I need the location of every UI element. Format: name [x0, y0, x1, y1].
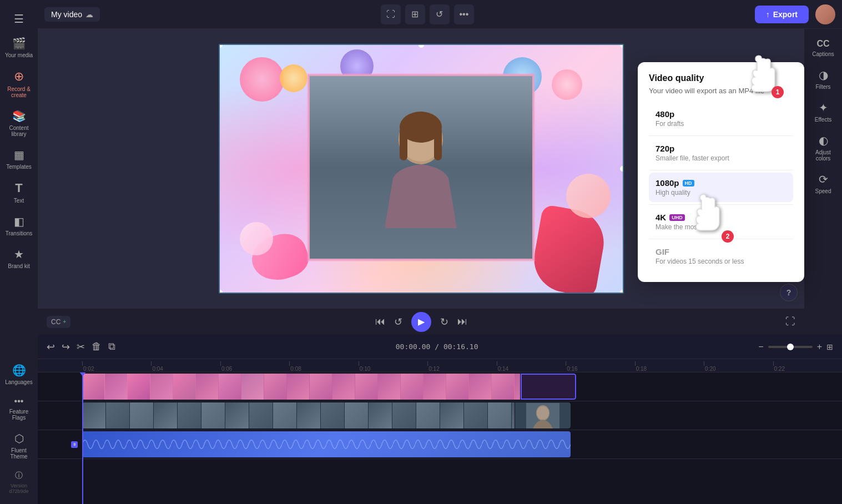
- rotate-tool-button[interactable]: ↺: [430, 4, 450, 24]
- sidebar-label-brand-kit: Brand kit: [8, 263, 29, 269]
- fullscreen-button[interactable]: ⛶: [785, 316, 795, 327]
- sidebar-label-transitions: Transitions: [6, 230, 33, 236]
- crop-tool-button[interactable]: ⛶: [381, 4, 401, 24]
- cut-button[interactable]: ✂: [77, 341, 85, 353]
- sidebar-item-transitions[interactable]: ◧ Transitions: [2, 210, 36, 241]
- handle-top-right[interactable]: [620, 44, 624, 48]
- rewind-button[interactable]: ↺: [394, 316, 402, 328]
- ruler-mark-3: 0:08: [289, 361, 358, 372]
- track-video-content[interactable]: [82, 401, 842, 430]
- track-audio-content[interactable]: [82, 430, 842, 458]
- play-pause-button[interactable]: ▶: [411, 312, 431, 332]
- svg-rect-3: [400, 127, 407, 160]
- handle-bottom-right[interactable]: [620, 290, 624, 294]
- header-tools: ⛶ ⊞ ↺ •••: [107, 4, 748, 24]
- track-overlay-content[interactable]: [82, 372, 842, 401]
- ruler-mark-1: 0:04: [151, 361, 220, 372]
- right-panel-filters[interactable]: ◑ Filters: [806, 64, 840, 94]
- ruler-mark-9: 0:20: [704, 361, 773, 372]
- handle-bottom-left[interactable]: [219, 290, 223, 294]
- tracks-wrapper: ⏸: [38, 372, 842, 504]
- time-display-text: 00:00.00 / 00:16.10: [396, 342, 478, 351]
- sidebar-item-record-create[interactable]: ⊕ Record & create: [2, 65, 36, 103]
- delete-button[interactable]: 🗑: [92, 341, 102, 352]
- zoom-out-button[interactable]: −: [758, 342, 763, 352]
- ruler-mark-5: 0:12: [427, 361, 496, 372]
- handle-top-left[interactable]: [219, 44, 223, 48]
- timeline-area: 0:02 0:04 0:06 0:08 0:10 0:12 0:14 0:16 …: [38, 359, 842, 504]
- video-frames: [82, 402, 515, 429]
- quality-option-480p[interactable]: 480p For drafts: [649, 104, 793, 133]
- record-icon: ⊕: [14, 69, 24, 84]
- right-panel-speed[interactable]: ⟳ Speed: [806, 168, 840, 199]
- quality-option-4k[interactable]: 4K UHD Make the most of: [649, 207, 793, 236]
- quality-dropdown: Video quality Your video will export as …: [638, 62, 804, 282]
- right-panel-effects[interactable]: ✦ Effects: [806, 97, 840, 127]
- playback-bar: CC + ⏮ ↺ ▶ ↻ ⏭ ⛶: [38, 308, 804, 335]
- quality-label-gif: GIF: [656, 247, 786, 256]
- sidebar-item-brand-kit[interactable]: ★ Brand kit: [2, 243, 36, 274]
- overlay-clip[interactable]: [82, 374, 576, 400]
- help-button[interactable]: ?: [780, 284, 798, 301]
- svg-rect-8: [82, 431, 571, 457]
- sidebar-item-templates[interactable]: ▦ Templates: [2, 144, 36, 174]
- project-title[interactable]: My video ☁: [44, 7, 100, 22]
- zoom-thumb: [787, 344, 794, 350]
- export-button[interactable]: ↑ Export: [755, 6, 809, 23]
- track-overlay: [38, 372, 842, 401]
- quality-option-720p[interactable]: 720p Smaller file, faster export: [649, 138, 793, 168]
- audio-pause-btn[interactable]: ⏸: [71, 441, 78, 448]
- overlay-clip-frames: [82, 374, 520, 400]
- effects-icon: ✦: [819, 101, 828, 114]
- video-end-clip[interactable]: [515, 402, 571, 429]
- skip-to-start-button[interactable]: ⏮: [375, 316, 385, 327]
- fit-timeline-button[interactable]: ⊞: [826, 342, 833, 351]
- zoom-in-button[interactable]: +: [817, 342, 822, 352]
- sidebar-label-templates: Templates: [6, 164, 32, 170]
- sidebar-item-your-media[interactable]: 🎬 Your media: [2, 32, 36, 63]
- quality-label-720p: 720p: [656, 144, 786, 153]
- quality-label-4k: 4K UHD: [656, 213, 786, 222]
- hamburger-menu[interactable]: ☰: [14, 6, 24, 30]
- user-avatar[interactable]: [815, 4, 835, 24]
- sidebar-label-feature-flags: Feature Flags: [4, 409, 33, 421]
- timeline-toolbar: ↩ ↪ ✂ 🗑 ⧉ 00:00.00 / 00:16.10 − + ⊞: [38, 335, 842, 359]
- cc-button[interactable]: CC +: [47, 316, 70, 328]
- video-clip[interactable]: [82, 402, 571, 429]
- forward-button[interactable]: ↻: [440, 316, 448, 328]
- sidebar-item-feature-flags[interactable]: ••• Feature Flags: [2, 392, 36, 425]
- canvas-preview[interactable]: [219, 44, 624, 294]
- brand-kit-icon: ★: [14, 248, 24, 261]
- sidebar-item-content-library[interactable]: 📚 Content library: [2, 105, 36, 142]
- right-panel-captions[interactable]: CC Captions: [806, 34, 840, 62]
- ruler-marks: 0:02 0:04 0:06 0:08 0:10 0:12 0:14 0:16 …: [82, 359, 842, 372]
- duplicate-button[interactable]: ⧉: [108, 341, 115, 352]
- languages-icon: 🌐: [12, 364, 26, 377]
- sidebar-item-languages[interactable]: 🌐 Languages: [2, 359, 36, 390]
- sidebar-label-languages: Languages: [5, 379, 33, 385]
- collapse-right-panel-button[interactable]: ›: [38, 171, 39, 193]
- right-panel-adjust-colors[interactable]: ◐ Adjust colors: [806, 129, 840, 166]
- handle-right-mid[interactable]: [620, 166, 624, 172]
- frame-row: [82, 374, 520, 400]
- ruler-mark-6: 0:14: [497, 361, 566, 372]
- ruler-mark-10: 0:22: [773, 361, 842, 372]
- more-tool-button[interactable]: •••: [454, 4, 474, 24]
- sidebar-item-fluent-theme[interactable]: ⬡ Fluent Theme: [2, 427, 36, 464]
- undo-button[interactable]: ↩: [47, 341, 55, 353]
- handle-top-mid[interactable]: [419, 44, 424, 48]
- sidebar-item-text[interactable]: T Text: [2, 177, 36, 208]
- audio-clip[interactable]: [82, 431, 571, 457]
- zoom-slider[interactable]: [768, 346, 813, 348]
- track-audio: ⏸: [38, 430, 842, 459]
- resize-tool-button[interactable]: ⊞: [405, 4, 425, 24]
- ruler-mark-2: 0:06: [220, 361, 289, 372]
- cc-icon: CC: [51, 318, 60, 326]
- skip-to-end-button[interactable]: ⏭: [457, 316, 467, 327]
- redo-button[interactable]: ↪: [62, 341, 70, 353]
- quality-option-1080p[interactable]: 1080p HD High quality: [649, 173, 793, 202]
- sidebar-label-version: Version d72b9de: [4, 483, 33, 494]
- quality-option-gif[interactable]: GIF For videos 15 seconds or less: [649, 241, 793, 271]
- captions-label: Captions: [812, 51, 834, 57]
- selected-clip-thumb[interactable]: [521, 374, 576, 400]
